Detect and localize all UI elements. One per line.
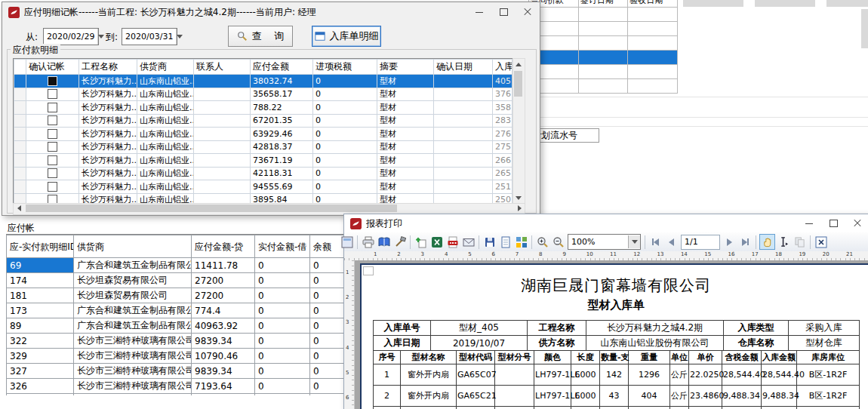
column-header[interactable]: 入库 [493,60,512,75]
column-header[interactable]: 供货商 [137,60,194,75]
chevron-down-icon[interactable] [628,235,640,248]
column-header[interactable]: 应-实付款明细ID [7,235,74,258]
design-view-icon[interactable] [340,235,354,249]
table-row[interactable]: 长沙万科魅力...山东南山铝业...42818.370型材275 [14,140,512,154]
table-row[interactable]: 长沙万科魅力...山东南山铝业...38032.740型材405 [14,75,512,88]
page-setup-icon[interactable] [392,235,407,249]
row-header[interactable] [14,101,26,115]
zoom-select[interactable]: 100% [568,234,641,250]
table-row[interactable] [529,65,678,79]
row-header[interactable] [14,180,26,194]
detail-window-titlebar[interactable]: 应付明细记帐------当前工程: 长沙万科魅力之城4.2期------当前用户… [2,2,540,22]
confirm-checkbox[interactable] [48,155,57,165]
row-header[interactable] [14,154,26,168]
previous-page-button[interactable] [664,235,679,249]
table-row[interactable] [529,36,678,51]
table-row[interactable]: 327长沙市三湘特种玻璃有限公司9839.3400 [7,364,356,379]
scroll-right-arrow[interactable] [514,204,525,213]
column-header[interactable]: 工程名称 [79,60,137,75]
column-header[interactable]: 实付金额-借 [255,235,310,258]
row-header[interactable] [14,114,26,128]
table-row[interactable]: 89广东合和建筑五金制品有限公司40963.9200 [7,318,356,334]
column-header[interactable]: 进项税额 [313,60,377,75]
table-row[interactable]: 69广东合和建筑五金制品有限公司11411.7800 [7,258,356,273]
confirm-checkbox[interactable] [48,142,57,152]
vertical-scrollbar[interactable] [512,58,525,204]
last-page-button[interactable] [738,235,753,249]
column-header[interactable]: 确认记帐 [26,60,79,75]
table-row[interactable]: 长沙万科魅力...山东南山铝业...67201.350型材283 [14,114,512,128]
report-window-titlebar[interactable]: 报表打印 [344,214,868,233]
report-preview-area[interactable]: 123456 湖南巨晟门窗幕墙有限公司 型材入库单 入库单号型材_405工程名称… [344,260,868,409]
maximize-button[interactable] [821,215,845,232]
pdf-export-icon[interactable] [445,235,460,249]
column-header[interactable]: 联系人 [194,60,251,75]
row-header[interactable] [14,167,26,180]
table-row[interactable]: 长沙万科魅力...山东南山铝业...788.220型材358 [14,101,512,115]
payable-table[interactable]: 应-实付款明细ID供货商应付金额-贷实付金额-借余额69广东合和建筑五金制品有限… [6,235,355,395]
table-row[interactable]: 174长沙坦森贸易有限公司2720000 [7,273,356,288]
confirm-checkbox[interactable] [48,76,57,86]
save-icon[interactable] [482,235,497,249]
scrollbar-thumb[interactable] [26,204,397,212]
book-preview-icon[interactable] [377,235,391,249]
row-header[interactable] [14,140,26,154]
query-button[interactable]: 查 询 [228,26,293,47]
close-button[interactable] [516,4,540,20]
close-button[interactable] [845,215,868,232]
chevron-down-icon[interactable] [97,29,104,45]
excel-export-icon[interactable] [429,235,444,249]
table-row[interactable]: 长沙市三湘特种玻璃有限公司 [7,394,356,396]
column-header[interactable]: 确认日期 [434,60,493,75]
text-select-icon[interactable] [777,235,791,249]
email-icon[interactable] [461,235,476,249]
table-row[interactable]: 173广东合和建筑五金制品有限公司774.400 [7,303,356,318]
export-icon[interactable] [414,235,428,249]
column-header[interactable]: 应付金额 [251,60,313,75]
minimize-button[interactable] [467,4,491,20]
maximize-button[interactable] [491,4,516,20]
table-row[interactable]: 长沙万科魅力...山东南山铝业...35658.170型材376 [14,88,512,101]
confirm-checkbox[interactable] [48,103,57,112]
scroll-down-arrow[interactable] [513,192,523,203]
scroll-up-arrow[interactable] [513,59,523,69]
table-row[interactable]: 长沙万科魅力...山东南山铝业...63929.460型材276 [14,128,512,141]
payable-detail-grid[interactable]: 确认记帐工程名称供货商联系人应付金额进项税额摘要确认日期入库长沙万科魅力...山… [14,59,512,204]
scrollbar-thumb[interactable] [514,71,522,97]
print-icon[interactable] [361,235,375,249]
from-date-select[interactable]: 2020/02/29 [43,28,99,45]
to-date-select[interactable]: 2020/03/31 [122,28,177,45]
table-row[interactable]: 181长沙坦森贸易有限公司2720000 [7,288,356,303]
zoom-out-icon[interactable] [551,235,565,249]
row-header[interactable] [14,128,26,141]
column-header[interactable]: 应付金额-贷 [192,235,255,258]
zoom-in-icon[interactable] [535,235,549,249]
table-row[interactable] [529,8,678,22]
first-page-button[interactable] [648,235,663,249]
table-row[interactable]: 长沙万科魅力...山东南山铝业...42118.310型材265 [14,167,512,180]
open-document-icon[interactable] [498,235,512,249]
bg-scrollbar[interactable] [861,9,868,48]
confirm-checkbox[interactable] [48,129,57,139]
multi-page-view-icon[interactable] [514,235,528,249]
row-header[interactable] [14,88,26,101]
table-row[interactable] [529,79,678,94]
row-header[interactable] [14,193,26,204]
table-row[interactable] [529,22,678,36]
table-row[interactable]: 326长沙市三湘特种玻璃有限公司7193.6400 [7,379,356,394]
column-header[interactable]: 摘要 [377,60,434,75]
row-header[interactable] [14,75,26,88]
confirm-checkbox[interactable] [48,168,57,178]
confirm-checkbox[interactable] [48,182,57,192]
close-preview-icon[interactable] [814,235,828,249]
table-row[interactable]: 329长沙市三湘特种玻璃有限公司10790.4600 [7,349,356,364]
inbound-detail-button[interactable]: 入库单明细 [312,26,381,47]
hand-tool-icon[interactable] [759,234,775,250]
next-page-button[interactable] [722,235,737,249]
minimize-button[interactable] [797,215,821,232]
contract-table[interactable]: 合同价款签订日期验收日期 [528,0,678,94]
table-row[interactable]: 长沙万科魅力...山东南山铝业...73671.190型材266 [14,154,512,168]
page-number-box[interactable]: 1/1 [681,235,720,250]
scroll-left-arrow[interactable] [14,204,24,213]
copy-icon[interactable] [793,235,807,249]
